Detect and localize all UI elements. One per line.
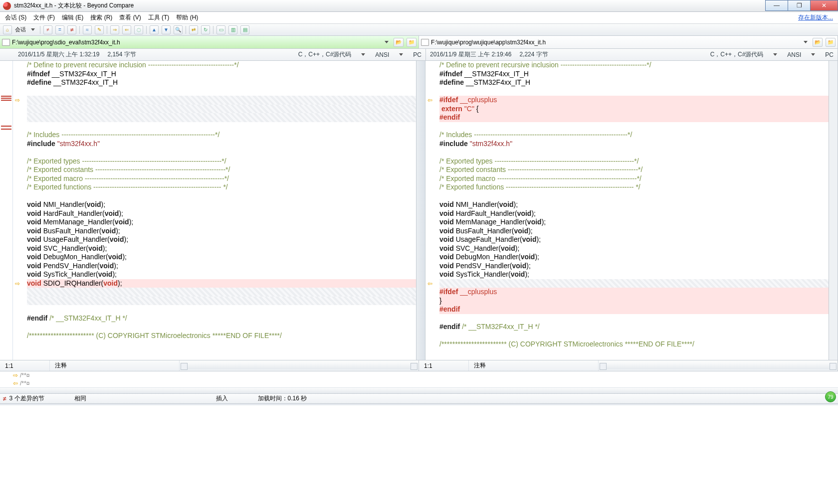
code-line[interactable]: /************************ (C) COPYRIGHT … [27,332,416,340]
layout-3-icon[interactable]: ▤ [240,25,249,34]
code-line[interactable]: void NMI_Handler(void); [439,200,829,209]
diff-arrow-icon[interactable]: ⇨ [15,280,22,287]
merge-line[interactable]: ⇨/**¤ [0,371,838,379]
code-line[interactable] [27,122,416,131]
code-line[interactable]: /* Includes ----------------------------… [27,131,416,140]
menu-view[interactable]: 查看 (V) [119,13,141,22]
code-line[interactable]: #ifdef __cplusplus [439,288,829,297]
code-line[interactable] [439,332,829,340]
diff-arrow-icon[interactable]: ⇦ [427,280,434,287]
code-line[interactable] [27,192,416,201]
menu-tools[interactable]: 工具 (T) [148,13,170,22]
code-line[interactable]: void PendSV_Handler(void); [439,262,829,271]
lineend-right[interactable]: PC [825,51,834,58]
code-line[interactable]: /* Exported constants ------------------… [27,166,416,174]
find-next-icon[interactable]: ▼ [162,25,171,34]
code-line[interactable]: extern "C" { [439,105,829,114]
browse-left-icon[interactable]: 📁 [407,38,417,47]
code-line[interactable]: #ifdef __cplusplus [439,96,829,105]
code-line[interactable] [27,87,416,96]
code-line[interactable]: void BusFault_Handler(void); [439,227,829,236]
layout-h-icon[interactable]: ▭ [216,25,225,34]
code-line[interactable] [439,87,829,96]
code-line[interactable]: /* Exported types ----------------------… [27,157,416,166]
code-line[interactable] [27,340,416,349]
code-line[interactable]: void SVC_Handler(void); [27,244,416,253]
code-line[interactable] [27,323,416,332]
code-line[interactable]: #endif [439,305,829,314]
code-line[interactable]: void SysTick_Handler(void); [27,270,416,279]
code-line[interactable]: void UsageFault_Handler(void); [27,235,416,244]
progress-bubble[interactable]: 79 [825,391,836,402]
menu-edit[interactable]: 编辑 (E) [62,13,83,22]
orphan-icon[interactable]: ◌ [134,25,143,34]
code-line[interactable] [27,113,416,122]
code-line[interactable]: /* Exported types ----------------------… [439,157,829,166]
code-line[interactable] [439,314,829,323]
same-icon[interactable]: = [55,25,64,34]
lineend-left[interactable]: PC [413,51,421,58]
scrollbar-v-right[interactable] [829,61,838,360]
code-right[interactable]: /* Define to prevent recursive inclusion… [437,61,829,360]
dropdown-icon[interactable] [804,41,808,43]
menu-session[interactable]: 会话 (S) [5,13,26,22]
maximize-button[interactable]: ❐ [788,0,811,11]
code-line[interactable]: #include "stm32f4xx.h" [27,140,416,149]
code-line[interactable] [27,288,416,297]
file-path-right[interactable]: F:\wujique\prog\wujique\app\stm32f4xx_it… [431,39,800,46]
code-line[interactable] [439,148,829,157]
code-line[interactable]: void MemManage_Handler(void); [27,218,416,227]
home-icon[interactable]: ⌂ [3,25,12,34]
code-line[interactable]: /* Exported constants ------------------… [439,166,829,174]
enc-left[interactable]: ANSI [375,51,389,58]
code-line[interactable]: /* Define to prevent recursive inclusion… [439,61,829,70]
dropdown-icon[interactable] [385,41,389,43]
copy-right-icon[interactable]: ⇐ [122,25,131,34]
code-line[interactable]: void MemManage_Handler(void); [439,218,829,227]
swap-icon[interactable]: ⇄ [189,25,198,34]
diff-icon[interactable]: ≢ [67,25,76,34]
code-left[interactable]: /* Define to prevent recursive inclusion… [25,61,416,360]
menu-file[interactable]: 文件 (F) [33,13,55,22]
code-line[interactable]: /* Includes ----------------------------… [439,131,829,140]
code-line[interactable]: void HardFault_Handler(void); [439,209,829,218]
code-line[interactable]: #endif /* __STM32F4xx_IT_H */ [439,323,829,332]
code-line[interactable] [439,349,829,358]
code-line[interactable]: void SysTick_Handler(void); [439,270,829,279]
code-line[interactable] [27,105,416,114]
code-line[interactable]: /* Exported macro ----------------------… [439,174,829,183]
code-line[interactable]: #define __STM32F4xx_IT_H [439,78,829,87]
code-line[interactable]: void DebugMon_Handler(void); [439,253,829,262]
code-line[interactable]: /* Define to prevent recursive inclusion… [27,61,416,70]
binoculars-icon[interactable]: 🔍 [174,25,183,34]
code-line[interactable]: void PendSV_Handler(void); [27,262,416,271]
browse-right-icon[interactable]: 📁 [826,38,836,47]
code-line[interactable] [439,279,829,288]
code-line[interactable]: /* Exported macro ----------------------… [27,174,416,183]
code-line[interactable] [27,96,416,105]
lang-left[interactable]: C，C++，C#源代码 [298,50,352,59]
enc-right[interactable]: ANSI [787,51,801,58]
layout-v-icon[interactable]: ▥ [228,25,237,34]
code-line[interactable]: #ifndef __STM32F4xx_IT_H [439,70,829,79]
diff-arrow-icon[interactable]: ⇨ [15,97,22,104]
rules-icon[interactable]: ✎ [95,25,104,34]
new-version-link[interactable]: 存在新版本... [798,13,833,22]
all-icon[interactable]: ≠ [43,25,52,34]
code-line[interactable]: void SVC_Handler(void); [439,244,829,253]
code-line[interactable]: #endif [439,113,829,122]
scrollbar-h-merge[interactable] [0,387,838,393]
code-line[interactable]: /* Exported functions ------------------… [27,183,416,192]
diff-arrow-icon[interactable]: ⇦ [427,97,434,104]
code-line[interactable]: void UsageFault_Handler(void); [439,235,829,244]
minimize-button[interactable]: — [765,0,788,11]
minor-icon[interactable]: ≈ [83,25,92,34]
code-line[interactable] [27,305,416,314]
code-line[interactable] [439,192,829,201]
code-line[interactable]: /************************ (C) COPYRIGHT … [439,340,829,349]
code-line[interactable]: #define __STM32F4xx_IT_H [27,78,416,87]
open-right-icon[interactable]: 📂 [813,38,823,47]
menu-search[interactable]: 搜索 (R) [90,13,112,22]
open-left-icon[interactable]: 📂 [394,38,404,47]
sessions-label[interactable]: 会话 [15,26,26,33]
